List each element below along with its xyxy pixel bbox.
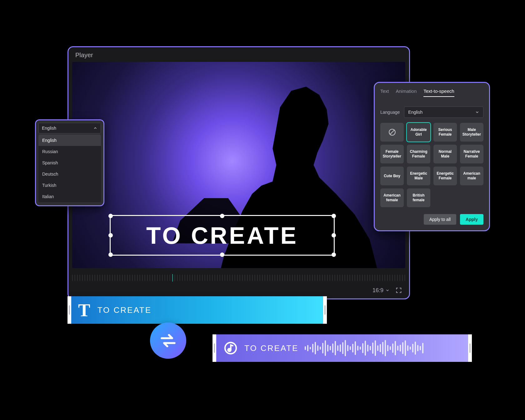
voice-british-female[interactable]: British female bbox=[407, 188, 430, 207]
resize-handle-br[interactable] bbox=[332, 252, 336, 257]
language-option-turkish[interactable]: Turkish bbox=[38, 180, 101, 191]
audio-clip-label: TO CREATE bbox=[244, 343, 298, 353]
language-option-list: English Russian Spanish Deutsch Turkish … bbox=[38, 135, 101, 202]
language-option-deutsch[interactable]: Deutsch bbox=[38, 168, 101, 180]
tts-language-label: Language bbox=[380, 110, 400, 115]
voice-cute-boy[interactable]: Cute Boy bbox=[380, 167, 404, 185]
music-note-icon bbox=[223, 341, 238, 356]
text-icon: T bbox=[78, 300, 91, 321]
voice-grid: Adorable Girl Serious Female Male Storyt… bbox=[380, 123, 483, 207]
chevron-up-icon bbox=[93, 126, 98, 130]
aspect-ratio-value: 16:9 bbox=[372, 287, 383, 294]
video-preview[interactable]: TO CREATE bbox=[72, 62, 405, 268]
text-clip[interactable]: T TO CREATE bbox=[68, 296, 327, 324]
apply-to-all-button[interactable]: Apply to all bbox=[424, 214, 456, 225]
svg-line-1 bbox=[390, 130, 394, 134]
language-option-spanish[interactable]: Spanish bbox=[38, 157, 101, 168]
none-icon bbox=[388, 128, 396, 136]
resize-handle-rm[interactable] bbox=[332, 233, 336, 238]
voice-normal-male[interactable]: Normal Male bbox=[433, 145, 457, 163]
player-window: Player TO CREATE 16:9 bbox=[68, 46, 410, 299]
voice-american-male[interactable]: American male bbox=[460, 167, 483, 185]
waveform bbox=[305, 340, 461, 357]
swap-icon bbox=[158, 331, 178, 350]
tab-text-to-speech[interactable]: Text-to-speech bbox=[423, 88, 454, 97]
voice-energetic-male[interactable]: Energetic Male bbox=[407, 167, 430, 185]
swap-badge[interactable] bbox=[150, 322, 186, 359]
fullscreen-button[interactable] bbox=[395, 287, 402, 294]
language-select[interactable]: English bbox=[38, 123, 101, 133]
language-option-italian[interactable]: Italian bbox=[38, 191, 101, 202]
language-option-russian[interactable]: Russian bbox=[38, 146, 101, 157]
tts-language-select[interactable]: English bbox=[404, 107, 483, 118]
clip-grip-left[interactable] bbox=[68, 296, 71, 324]
timeline-ruler[interactable] bbox=[72, 275, 405, 281]
playhead-marker[interactable] bbox=[172, 274, 173, 282]
clip-grip-right[interactable] bbox=[323, 296, 327, 324]
voice-energetic-female[interactable]: Energetic Female bbox=[433, 167, 457, 185]
voice-charming-female[interactable]: Charming Female bbox=[407, 145, 430, 163]
language-option-english[interactable]: English bbox=[38, 135, 101, 146]
chevron-down-icon bbox=[385, 288, 390, 292]
player-title: Player bbox=[68, 47, 409, 62]
voice-adorable-girl[interactable]: Adorable Girl bbox=[407, 123, 430, 142]
tts-language-value: English bbox=[408, 110, 422, 115]
resize-handle-bl[interactable] bbox=[108, 252, 113, 257]
voice-serious-female[interactable]: Serious Female bbox=[433, 123, 457, 142]
voice-female-storyteller[interactable]: Female Storyteller bbox=[380, 145, 404, 163]
clip-grip-right[interactable] bbox=[468, 334, 472, 362]
tts-panel: Text Animation Text-to-speech Language E… bbox=[374, 82, 490, 231]
chevron-down-icon bbox=[475, 110, 479, 114]
resize-handle-bm[interactable] bbox=[220, 252, 224, 257]
resize-handle-tl[interactable] bbox=[108, 214, 113, 218]
overlay-text: TO CREATE bbox=[111, 216, 334, 255]
apply-button[interactable]: Apply bbox=[460, 214, 483, 225]
aspect-ratio-select[interactable]: 16:9 bbox=[372, 287, 390, 294]
resize-handle-tr[interactable] bbox=[332, 214, 336, 218]
resize-handle-lm[interactable] bbox=[108, 233, 113, 238]
tab-text[interactable]: Text bbox=[380, 88, 389, 97]
tts-tabs: Text Animation Text-to-speech bbox=[380, 88, 483, 101]
language-dropdown-panel: English English Russian Spanish Deutsch … bbox=[35, 119, 104, 206]
fullscreen-icon bbox=[395, 287, 402, 294]
audio-clip[interactable]: TO CREATE bbox=[212, 334, 472, 362]
language-select-value: English bbox=[42, 126, 56, 131]
text-overlay-selection[interactable]: TO CREATE bbox=[110, 215, 335, 256]
voice-american-female[interactable]: American female bbox=[380, 188, 404, 207]
resize-handle-tm[interactable] bbox=[220, 214, 224, 218]
text-clip-label: TO CREATE bbox=[98, 305, 152, 315]
tab-animation[interactable]: Animation bbox=[396, 88, 417, 97]
voice-male-storyteller[interactable]: Male Storyteller bbox=[460, 123, 483, 142]
voice-narrative-female[interactable]: Narrative Female bbox=[460, 145, 483, 163]
clip-grip-left[interactable] bbox=[212, 334, 216, 362]
voice-none[interactable] bbox=[380, 123, 404, 142]
